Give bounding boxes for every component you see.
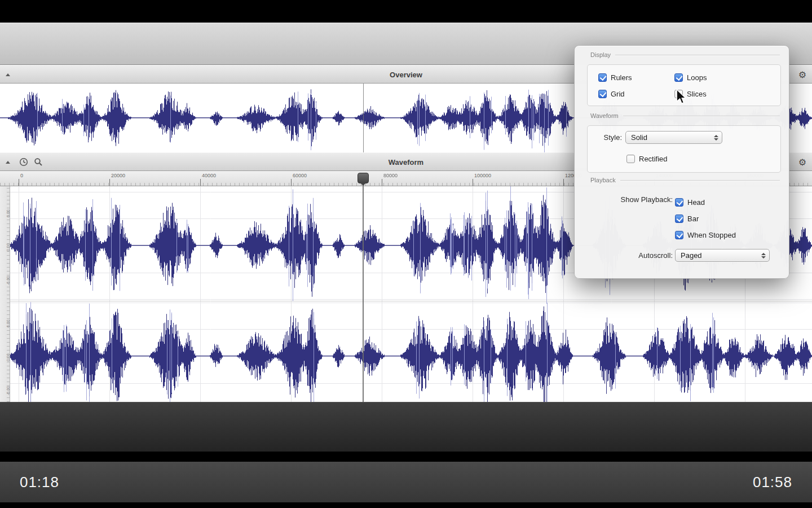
grid-checkbox-box[interactable]: [598, 90, 607, 98]
amplitude-label: 0.00: [6, 353, 10, 361]
style-label: Style:: [597, 131, 622, 144]
playback-section-label: Playback: [590, 177, 616, 183]
ruler-tick: 60000: [291, 171, 292, 186]
video-player-bar: 01:18 01:58: [0, 462, 812, 502]
rulers-checkbox-box[interactable]: [598, 73, 607, 82]
rectified-checkbox-box[interactable]: [626, 155, 635, 163]
when-stopped-checkbox-box[interactable]: [675, 231, 683, 239]
rectified-checkbox-label: Rectified: [639, 155, 668, 163]
when-stopped-checkbox[interactable]: When Stopped: [675, 230, 736, 240]
mouse-cursor: [675, 89, 687, 104]
app-window: Overview ⚙ Waveform ⚙ 020000400006000080…: [0, 0, 812, 508]
stepper-arrows-icon: [714, 132, 718, 143]
waveform-section-label: Waveform: [590, 112, 619, 119]
amplitude-ruler: 6.000.00-6.006.000.00-6.00: [0, 186, 10, 402]
ruler-tick: 80000: [382, 171, 382, 186]
waveform-settings-gear-icon[interactable]: ⚙: [798, 153, 806, 172]
loops-checkbox-box[interactable]: [674, 73, 683, 82]
grid-checkbox-label: Grid: [611, 90, 625, 98]
rectified-checkbox[interactable]: Rectified: [626, 154, 668, 164]
bar-checkbox-label: Bar: [687, 214, 699, 223]
autoscroll-label: Autoscroll:: [590, 249, 673, 262]
amplitude-label: -6.00: [6, 276, 10, 285]
when-stopped-checkbox-label: When Stopped: [687, 231, 736, 239]
settings-popover: Display Rulers Grid Loops Slices Wavefor…: [574, 45, 789, 279]
rulers-checkbox-label: Rulers: [611, 73, 632, 82]
show-playback-label: Show Playback:: [590, 193, 673, 206]
ruler-tick: 0: [19, 171, 19, 186]
style-dropdown-value: Solid: [631, 133, 647, 142]
head-checkbox-box[interactable]: [675, 198, 683, 207]
head-checkbox[interactable]: Head: [675, 197, 705, 207]
playhead-handle[interactable]: [358, 173, 369, 183]
overview-playhead-line: [363, 84, 364, 152]
style-dropdown[interactable]: Solid: [625, 131, 722, 144]
amplitude-label: 0.00: [6, 243, 10, 251]
display-section-label: Display: [590, 51, 611, 58]
autoscroll-dropdown-value: Paged: [681, 251, 702, 260]
playback-section-header: Playback: [590, 177, 780, 183]
amplitude-label: 6.00: [6, 209, 10, 217]
ruler-tick: 100000: [473, 171, 473, 186]
duration-time: 01:58: [747, 462, 798, 502]
stepper-arrows-icon: [761, 249, 766, 261]
bar-checkbox-box[interactable]: [675, 214, 683, 223]
ruler-tick: 40000: [200, 171, 201, 186]
overview-settings-gear-icon[interactable]: ⚙: [798, 65, 806, 84]
head-checkbox-label: Head: [687, 198, 705, 207]
ruler-tick: 120000: [563, 171, 564, 186]
loops-checkbox-label: Loops: [687, 73, 707, 82]
waveform-section-header: Waveform: [590, 112, 780, 119]
slices-checkbox-label: Slices: [687, 90, 707, 98]
elapsed-time: 01:18: [14, 462, 65, 502]
display-section-header: Display: [590, 51, 780, 58]
amplitude-label: -6.00: [6, 386, 10, 395]
rulers-checkbox[interactable]: Rulers: [598, 72, 632, 82]
amplitude-label: 6.00: [6, 319, 10, 327]
bar-checkbox[interactable]: Bar: [675, 213, 699, 224]
playhead-line[interactable]: [363, 183, 364, 402]
loops-checkbox[interactable]: Loops: [674, 72, 707, 82]
grid-checkbox[interactable]: Grid: [598, 89, 625, 99]
ruler-tick: 20000: [109, 171, 110, 186]
transport-bar: Loop: [0, 402, 812, 452]
autoscroll-dropdown[interactable]: Paged: [675, 249, 770, 262]
